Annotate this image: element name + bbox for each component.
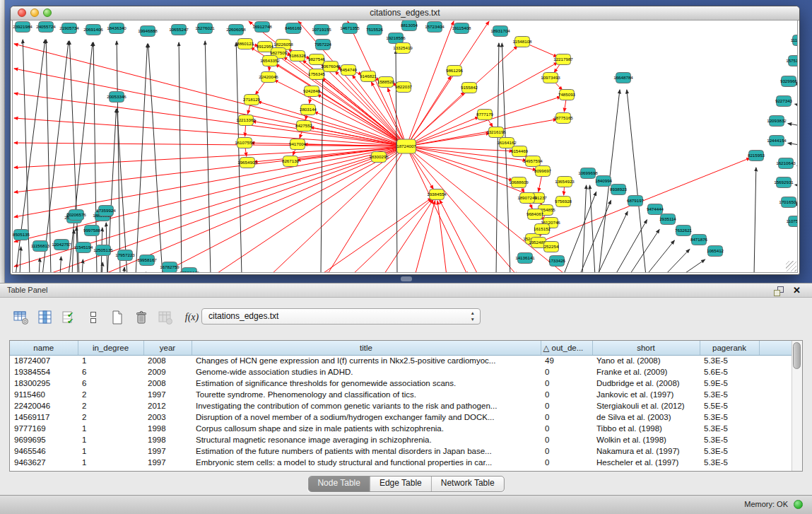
table-cell[interactable] [759, 445, 792, 457]
graph-edge[interactable] [60, 257, 61, 273]
table-cell[interactable]: Embryonic stem cells: a model to study s… [192, 457, 541, 468]
graph-edge[interactable] [788, 143, 798, 146]
table-cell[interactable]: Changes of HCN gene expression and I(f) … [192, 355, 541, 366]
table-cell[interactable]: 2008 [143, 355, 192, 366]
table-cell[interactable]: Yano et al. (2008) [592, 355, 700, 366]
table-cell[interactable]: 0 [541, 411, 592, 423]
table-cell[interactable]: 5.9E-5 [700, 378, 759, 389]
table-cell[interactable]: 0 [541, 445, 592, 457]
create-column-button[interactable] [107, 308, 126, 327]
table-cell[interactable]: 0 [541, 423, 592, 434]
table-cell[interactable]: Tibbo et al. (1998) [592, 423, 700, 434]
table-cell[interactable]: 1 [78, 434, 143, 445]
table-cell[interactable]: Tourette syndrome. Phenomenology and cla… [192, 389, 541, 400]
graph-edge[interactable] [797, 165, 798, 168]
select-columns-button[interactable]: ✔ ✔ [59, 308, 78, 327]
graph-edge[interactable] [351, 199, 432, 273]
table-cell[interactable]: 1998 [143, 434, 192, 445]
graph-edge[interactable] [627, 90, 646, 273]
table-cell[interactable]: 0 [541, 457, 592, 468]
table-cell[interactable]: 6 [78, 378, 143, 389]
graph-edge[interactable] [646, 240, 674, 273]
table-cell[interactable]: 5.5E-5 [700, 400, 759, 411]
table-cell[interactable]: 19384554 [10, 366, 78, 378]
graph-edge[interactable] [406, 21, 454, 146]
table-cell[interactable]: Genome-wide association studies in ADHD. [192, 366, 541, 378]
table-cell[interactable]: 0 [541, 366, 592, 378]
table-cell[interactable] [759, 355, 792, 366]
table-cell[interactable]: 2 [78, 400, 143, 411]
table-cell[interactable]: Estimation of significance thresholds fo… [192, 378, 541, 389]
graph-edge[interactable] [582, 185, 587, 273]
function-builder-button[interactable]: f(x) [180, 308, 204, 327]
table-row[interactable]: 1456911722003Disruption of a novel membe… [10, 411, 792, 423]
show-columns-button[interactable] [35, 308, 54, 327]
column-header-year[interactable]: year [143, 341, 192, 355]
table-cell[interactable]: Wolkin et al. (1998) [592, 434, 700, 445]
close-panel-icon[interactable]: ✕ [793, 284, 801, 298]
graph-edge[interactable] [597, 211, 628, 273]
table-cell[interactable]: Corpus callosum shape and size in male p… [192, 423, 541, 434]
graph-edge[interactable] [42, 41, 69, 273]
table-cell[interactable]: 0 [541, 378, 592, 389]
graph-edge[interactable] [124, 267, 124, 273]
left-panel-edge[interactable] [0, 0, 5, 283]
table-cell[interactable]: 1 [78, 423, 143, 434]
table-cell[interactable]: 0 [541, 400, 592, 411]
table-cell[interactable] [759, 389, 792, 400]
table-cell[interactable]: 1997 [143, 457, 192, 468]
table-cell[interactable]: 2 [78, 411, 143, 423]
table-scrollbar-thumb[interactable] [793, 342, 801, 369]
graph-edge[interactable] [258, 102, 406, 146]
table-cell[interactable]: Structural magnetic resonance image aver… [192, 434, 541, 445]
column-header-out_de...[interactable]: △ out_de... [541, 341, 592, 355]
table-cell[interactable]: 18724007 [10, 355, 78, 366]
table-cell[interactable]: 2 [78, 389, 143, 400]
table-cell[interactable]: 9115460 [10, 389, 78, 400]
graph-edge[interactable] [20, 247, 21, 273]
table-cell[interactable]: 1 [78, 457, 143, 468]
table-cell[interactable] [759, 378, 792, 389]
table-cell[interactable]: 5.3E-5 [700, 411, 759, 423]
table-row[interactable]: 2242004622012Investigating the contribut… [10, 400, 792, 411]
table-row[interactable]: 977716911998Corpus callosum shape and si… [10, 423, 792, 434]
table-row[interactable]: 969969511998Structural magnetic resonanc… [10, 434, 792, 445]
graph-edge[interactable] [629, 230, 659, 273]
splitter-handle[interactable] [401, 276, 412, 281]
graph-edge[interactable] [406, 146, 468, 273]
tab-node-table[interactable]: Node Table [308, 477, 370, 491]
column-header-name[interactable]: name [10, 341, 78, 355]
graph-edge[interactable] [39, 258, 40, 273]
table-cell[interactable]: 2012 [143, 400, 192, 411]
table-settings-button[interactable] [11, 308, 30, 327]
graph-edge[interactable] [252, 121, 406, 146]
table-cell[interactable]: Dudbridge et al. (2008) [592, 378, 700, 389]
table-row[interactable]: 1938455462009Genome-wide association stu… [10, 366, 792, 378]
table-cell[interactable] [759, 423, 792, 434]
graph-edge[interactable] [146, 272, 146, 273]
canvas-resize-grip[interactable] [786, 261, 796, 271]
table-cell[interactable]: 49 [541, 355, 592, 366]
row-mode-button[interactable] [83, 308, 102, 327]
table-cell[interactable]: 5.3E-5 [700, 434, 759, 445]
table-cell[interactable]: 6 [78, 366, 143, 378]
table-cell[interactable]: 0 [541, 389, 592, 400]
graph-edge[interactable] [274, 80, 406, 146]
table-cell[interactable]: 5.3E-5 [700, 457, 759, 468]
tab-network-table[interactable]: Network Table [432, 477, 504, 491]
tab-edge-table[interactable]: Edge Table [370, 477, 432, 491]
table-row[interactable]: 946362711997Embryonic stem cells: a mode… [10, 457, 792, 468]
table-cell[interactable]: 14569117 [10, 411, 78, 423]
table-cell[interactable]: 2008 [143, 378, 192, 389]
table-cell[interactable]: Investigating the contribution of common… [192, 400, 541, 411]
graph-edge[interactable] [496, 43, 499, 273]
graph-edge[interactable] [415, 201, 435, 273]
table-cell[interactable]: 2009 [143, 366, 192, 378]
graph-edge[interactable] [406, 117, 479, 146]
table-cell[interactable]: 0 [541, 434, 592, 445]
graph-edge[interactable] [795, 104, 798, 107]
column-header-title[interactable]: title [192, 341, 541, 355]
column-header-in_degree[interactable]: in_degree [78, 341, 143, 355]
graph-edge[interactable] [157, 146, 406, 273]
table-cell[interactable] [759, 366, 792, 378]
